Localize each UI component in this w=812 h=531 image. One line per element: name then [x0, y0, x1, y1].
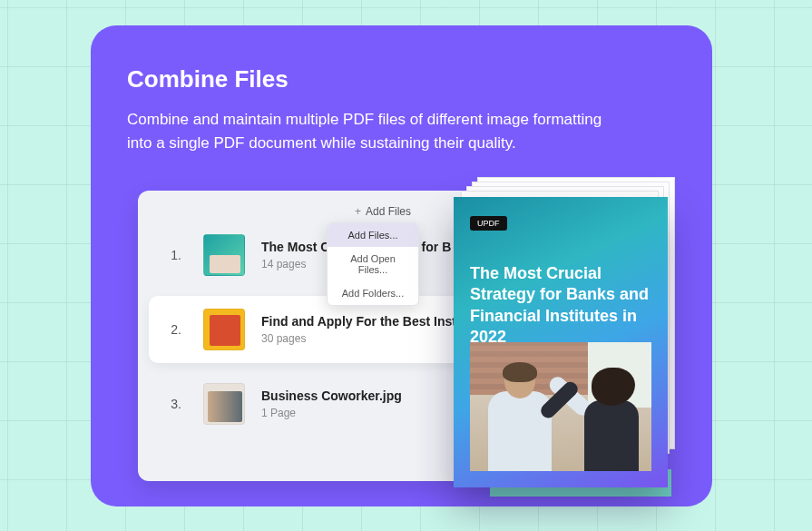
- file-page-count: 1 Page: [261, 407, 402, 419]
- app-badge: UPDF: [470, 216, 507, 231]
- document-title: The Most Crucial Strategy for Banks and …: [470, 263, 651, 349]
- file-thumbnail: [203, 309, 245, 350]
- plus-icon: +: [355, 205, 361, 218]
- file-index: 3.: [165, 397, 187, 411]
- file-thumbnail: [203, 383, 245, 425]
- add-files-label: Add Files: [366, 205, 411, 218]
- file-name: Find and Apply For the Best Inst: [261, 314, 456, 329]
- file-name: Business Coworker.jpg: [261, 388, 402, 403]
- dropdown-add-files[interactable]: Add Files...: [328, 223, 418, 247]
- add-files-dropdown: Add Files... Add Open Files... Add Folde…: [327, 222, 419, 306]
- file-index: 2.: [165, 322, 187, 337]
- dropdown-add-folders[interactable]: Add Folders...: [328, 281, 418, 305]
- card-title: Combine Files: [127, 65, 676, 93]
- document-cover-photo: [470, 342, 651, 471]
- dropdown-add-open-files[interactable]: Add Open Files...: [328, 247, 418, 281]
- document-preview[interactable]: UPDF The Most Crucial Strategy for Banks…: [454, 197, 668, 487]
- document-preview-stack: UPDF The Most Crucial Strategy for Banks…: [454, 177, 671, 504]
- badge-label: UPDF: [477, 219, 500, 228]
- file-thumbnail: [203, 234, 245, 276]
- file-page-count: 30 pages: [261, 332, 456, 345]
- card-description: Combine and maintain multiple PDF files …: [127, 108, 617, 156]
- file-index: 1.: [165, 248, 187, 262]
